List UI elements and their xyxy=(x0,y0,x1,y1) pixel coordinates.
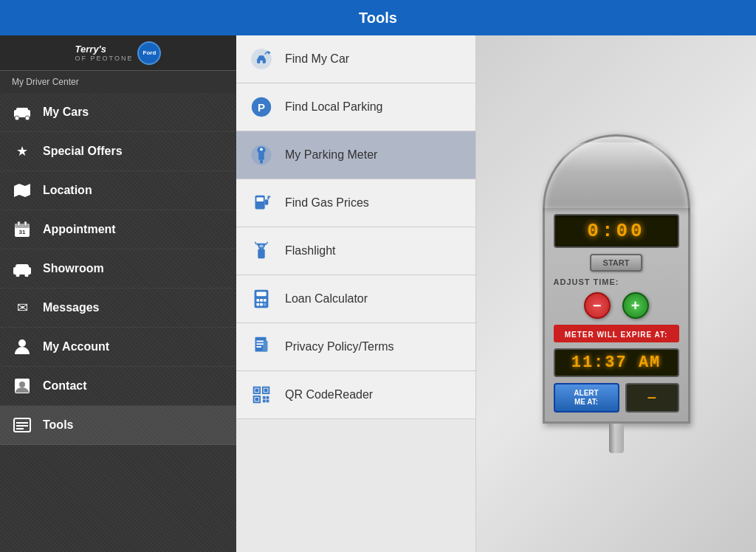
logo-sub: OF PEOTONE xyxy=(75,55,134,62)
sidebar-label-location: Location xyxy=(43,184,92,197)
start-button[interactable]: START xyxy=(590,254,643,272)
svg-rect-42 xyxy=(264,303,267,306)
sidebar-item-my-account[interactable]: My Account xyxy=(0,328,236,367)
alert-row: ALERTME AT: — xyxy=(554,383,679,413)
meter-time: 0:00 xyxy=(587,220,645,242)
sidebar-item-location[interactable]: Location xyxy=(0,171,236,210)
sidebar-label-tools: Tools xyxy=(43,418,73,432)
meter-pole xyxy=(609,424,624,453)
logo-text-wrap: Terry's OF PEOTONE xyxy=(75,44,134,62)
svg-rect-37 xyxy=(256,299,259,302)
svg-rect-36 xyxy=(256,292,266,297)
map-icon xyxy=(12,180,32,201)
sidebar-label-appointment: Appointment xyxy=(43,223,116,236)
parking-meter-icon xyxy=(248,142,275,168)
sidebar-item-contact[interactable]: Contact xyxy=(0,367,236,406)
adjust-time-label: ADJUST TIME: xyxy=(554,277,619,286)
tool-label-qr-code-reader: QR CodeReader xyxy=(285,388,373,401)
showroom-icon xyxy=(12,258,32,279)
logo-area: Terry's OF PEOTONE Ford xyxy=(0,35,236,71)
decrease-time-button[interactable]: − xyxy=(584,292,611,319)
expire-label-box: METER WILL EXPIRE AT: xyxy=(554,325,679,342)
contact-icon xyxy=(12,376,32,396)
logo-name: Terry's xyxy=(75,44,134,55)
svg-point-21 xyxy=(257,60,261,63)
svg-rect-57 xyxy=(267,400,269,403)
meter-body: 0:00 START ADJUST TIME: − + METER WILL E… xyxy=(543,208,690,424)
tool-item-qr-code-reader[interactable]: QR CodeReader xyxy=(236,371,475,419)
tool-item-privacy-policy[interactable]: Privacy Policy/Terms xyxy=(236,323,475,371)
svg-rect-31 xyxy=(256,197,263,201)
sidebar-item-tools[interactable]: Tools xyxy=(0,406,236,445)
person-icon xyxy=(12,337,32,357)
svg-rect-1 xyxy=(16,108,28,112)
sidebar-item-messages[interactable]: ✉ Messages xyxy=(0,289,236,328)
star-icon: ★ xyxy=(12,141,32,162)
svg-rect-30 xyxy=(255,196,265,210)
svg-rect-40 xyxy=(256,303,259,306)
tool-label-loan-calculator: Loan Calculator xyxy=(285,292,368,306)
tool-item-find-gas-prices[interactable]: Find Gas Prices xyxy=(236,179,475,227)
svg-rect-45 xyxy=(256,341,263,342)
tool-item-my-parking-meter[interactable]: My Parking Meter xyxy=(236,131,475,179)
svg-point-2 xyxy=(15,116,19,120)
svg-rect-56 xyxy=(263,400,266,403)
ford-label: Ford xyxy=(143,49,157,56)
svg-rect-19 xyxy=(16,428,24,429)
tool-item-find-local-parking[interactable]: P Find Local Parking xyxy=(236,83,475,131)
sidebar-item-my-cars[interactable]: My Cars xyxy=(0,93,236,132)
tool-item-loan-calculator[interactable]: Loan Calculator xyxy=(236,275,475,323)
tool-label-my-parking-meter: My Parking Meter xyxy=(285,148,377,162)
tool-item-find-my-car[interactable]: Find My Car xyxy=(236,35,475,83)
svg-rect-41 xyxy=(260,303,263,306)
app-header: Tools xyxy=(0,0,756,35)
increase-time-button[interactable]: + xyxy=(622,292,649,319)
ford-badge: Ford xyxy=(137,41,161,65)
expire-time: 11:37 AM xyxy=(571,353,662,372)
tools-list: Find My Car P Find Local Parking xyxy=(236,35,476,552)
find-car-icon xyxy=(248,46,275,72)
tool-label-find-local-parking: Find Local Parking xyxy=(285,100,383,114)
tool-label-privacy-policy: Privacy Policy/Terms xyxy=(285,340,394,353)
document-icon xyxy=(248,334,275,360)
svg-rect-10 xyxy=(16,264,29,269)
tool-label-flashlight: Flashlight xyxy=(285,244,335,258)
expire-label: METER WILL EXPIRE AT: xyxy=(565,331,668,339)
svg-point-34 xyxy=(259,245,264,248)
svg-rect-54 xyxy=(263,396,266,399)
flashlight-icon xyxy=(248,238,275,264)
calendar-icon: 31 xyxy=(12,219,32,240)
gas-icon xyxy=(248,190,275,216)
tools-icon xyxy=(12,415,32,435)
envelope-icon: ✉ xyxy=(12,297,32,318)
car-icon xyxy=(12,102,32,123)
svg-point-3 xyxy=(25,116,30,120)
svg-rect-53 xyxy=(255,398,259,401)
svg-rect-7 xyxy=(24,221,27,226)
content-area: 0:00 START ADJUST TIME: − + METER WILL E… xyxy=(476,35,756,552)
alert-me-button[interactable]: ALERTME AT: xyxy=(554,383,619,413)
alert-input-box[interactable]: — xyxy=(625,383,679,413)
driver-center-label: My Driver Center xyxy=(0,71,236,93)
meter-display: 0:00 xyxy=(554,214,679,248)
svg-rect-27 xyxy=(258,153,264,159)
sidebar-label-messages: Messages xyxy=(43,301,100,314)
expire-time-box: 11:37 AM xyxy=(554,348,679,377)
parking-meter: 0:00 START ADJUST TIME: − + METER WILL E… xyxy=(532,134,701,453)
parking-icon: P xyxy=(248,94,275,120)
sidebar-label-my-cars: My Cars xyxy=(43,106,89,119)
svg-rect-5 xyxy=(15,224,30,228)
svg-point-29 xyxy=(260,148,263,151)
svg-rect-51 xyxy=(264,389,268,393)
svg-rect-6 xyxy=(18,221,20,226)
sidebar-label-showroom: Showroom xyxy=(43,262,104,275)
sidebar-item-appointment[interactable]: 31 Appointment xyxy=(0,210,236,249)
svg-rect-39 xyxy=(264,299,267,302)
svg-point-15 xyxy=(19,382,25,387)
sidebar: Terry's OF PEOTONE Ford My Driver Center… xyxy=(0,35,236,552)
svg-rect-46 xyxy=(256,343,263,345)
sidebar-item-showroom[interactable]: Showroom xyxy=(0,249,236,289)
svg-point-22 xyxy=(262,60,266,63)
sidebar-item-special-offers[interactable]: ★ Special Offers xyxy=(0,132,236,171)
tool-item-flashlight[interactable]: Flashlight xyxy=(236,227,475,275)
